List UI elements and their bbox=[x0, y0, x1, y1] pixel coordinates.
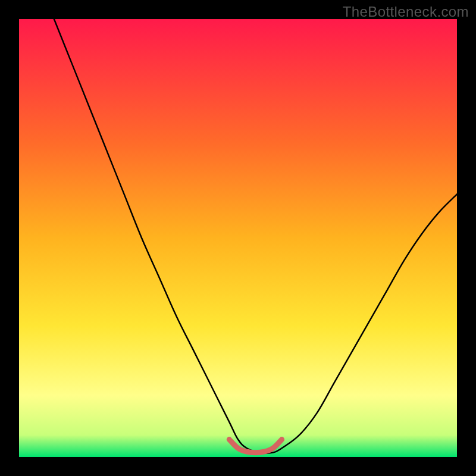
bottom-ridge bbox=[229, 440, 281, 453]
bottleneck-curve bbox=[54, 19, 457, 453]
chart-container: TheBottleneck.com bbox=[0, 0, 476, 476]
chart-curves bbox=[19, 19, 457, 457]
watermark-text: TheBottleneck.com bbox=[343, 4, 469, 20]
plot-area bbox=[19, 19, 457, 457]
